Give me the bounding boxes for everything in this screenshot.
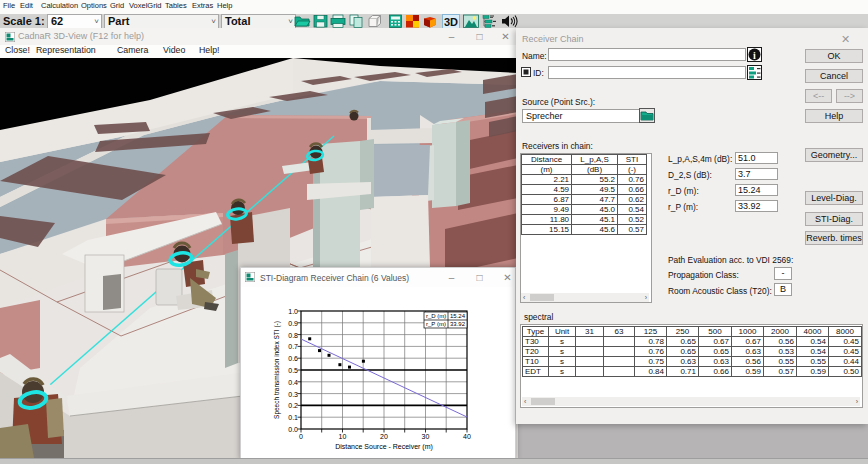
svg-text:0.8: 0.8	[288, 332, 298, 339]
svg-text:0.5: 0.5	[288, 367, 298, 374]
svg-text:20: 20	[380, 433, 388, 440]
svg-text:0.3: 0.3	[288, 391, 298, 398]
svg-text:0: 0	[299, 433, 303, 440]
svg-text:0.9: 0.9	[288, 320, 298, 327]
svg-text:33.92: 33.92	[450, 321, 466, 327]
svg-text:30: 30	[422, 433, 430, 440]
svg-text:10: 10	[339, 433, 347, 440]
svg-text:3D: 3D	[444, 16, 458, 28]
svg-text:r_D (m): r_D (m)	[426, 313, 446, 319]
svg-text:i: i	[753, 50, 756, 61]
svg-text:15.24: 15.24	[450, 313, 466, 319]
svg-text:0.7: 0.7	[288, 343, 298, 350]
svg-text:0.1: 0.1	[288, 414, 298, 421]
svg-text:r_P (m): r_P (m)	[426, 321, 446, 327]
svg-text:40: 40	[463, 433, 471, 440]
svg-text:1.0: 1.0	[288, 308, 298, 315]
svg-text:Speech transmission index STI: Speech transmission index STI (-)	[273, 321, 281, 419]
svg-text:0.0: 0.0	[288, 426, 298, 433]
svg-text:0.6: 0.6	[288, 355, 298, 362]
svg-text:0.4: 0.4	[288, 379, 298, 386]
svg-text:Distance Source - Receiver (m): Distance Source - Receiver (m)	[335, 443, 433, 451]
svg-text:0.2: 0.2	[288, 402, 298, 409]
